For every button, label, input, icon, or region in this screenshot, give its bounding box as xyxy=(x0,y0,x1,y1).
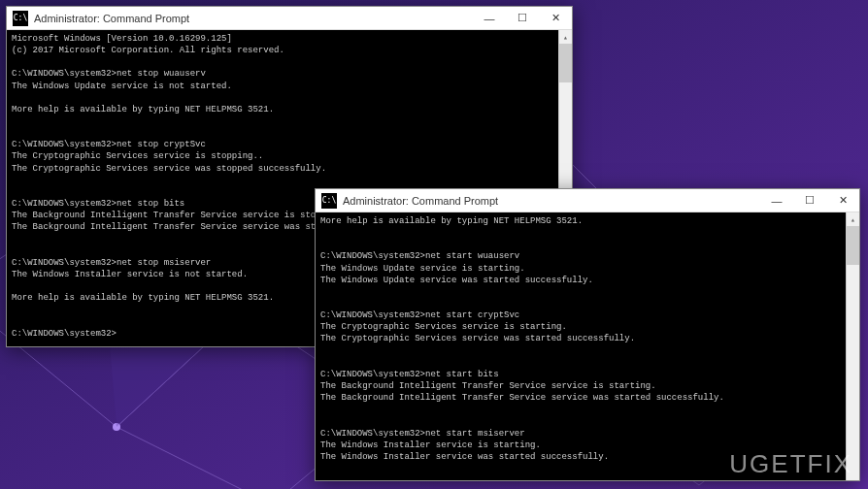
scroll-up-icon[interactable]: ▴ xyxy=(559,30,572,44)
terminal-output[interactable]: More help is available by typing NET HEL… xyxy=(316,212,859,480)
maximize-button[interactable]: ☐ xyxy=(793,189,826,212)
scrollbar-thumb[interactable] xyxy=(559,44,572,82)
scrollbar-thumb[interactable] xyxy=(847,226,859,265)
window-title: Administrator: Command Prompt xyxy=(34,13,473,24)
cmd-icon: C:\ xyxy=(13,11,28,26)
window-controls: — ☐ ✕ xyxy=(473,7,572,30)
minimize-button[interactable]: — xyxy=(473,7,506,30)
cmd-window-start: C:\ Administrator: Command Prompt — ☐ ✕ … xyxy=(315,188,860,481)
scroll-up-icon[interactable]: ▴ xyxy=(847,212,859,226)
close-button[interactable]: ✕ xyxy=(539,7,572,30)
titlebar[interactable]: C:\ Administrator: Command Prompt — ☐ ✕ xyxy=(316,189,859,212)
scrollbar[interactable]: ▴ xyxy=(846,212,859,480)
cmd-icon: C:\ xyxy=(321,193,337,209)
minimize-button[interactable]: — xyxy=(760,189,793,212)
maximize-button[interactable]: ☐ xyxy=(506,7,539,30)
window-title: Administrator: Command Prompt xyxy=(343,195,760,207)
titlebar[interactable]: C:\ Administrator: Command Prompt — ☐ ✕ xyxy=(7,7,572,30)
close-button[interactable]: ✕ xyxy=(826,189,859,212)
window-controls: — ☐ ✕ xyxy=(760,189,859,212)
